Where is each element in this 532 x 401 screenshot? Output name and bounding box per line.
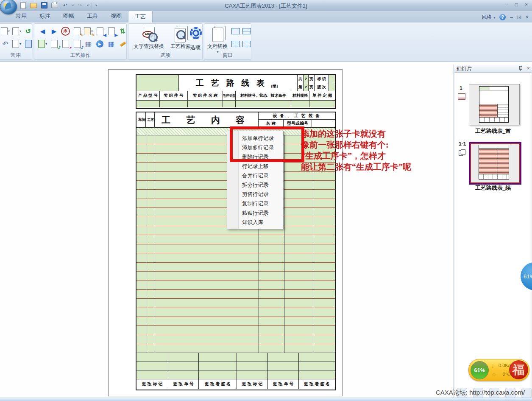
status-widget-pill[interactable]: 61% ↓ 0.0K/s ☼ 2°C 福 bbox=[468, 359, 529, 381]
tab-tufu[interactable]: 图幅 bbox=[57, 11, 81, 22]
changyong-row1: ▾ ▾ ↺ bbox=[0, 26, 33, 36]
swap-record-button[interactable]: ⇅ bbox=[118, 26, 128, 36]
doc-switch-button[interactable]: 文档切换 ▾ bbox=[205, 26, 230, 54]
pin-icon[interactable] bbox=[518, 66, 523, 71]
tab-biaozhu[interactable]: 标注 bbox=[33, 11, 57, 22]
help-icon[interactable]: ? bbox=[499, 14, 506, 20]
slide-1-preview bbox=[479, 86, 509, 123]
menu-item-split-row[interactable]: 拆分行记录 bbox=[227, 180, 283, 190]
paste-button[interactable]: ▾ bbox=[0, 26, 10, 36]
back-button[interactable]: ◀ bbox=[38, 26, 47, 36]
refresh-view-button[interactable]: ↺ bbox=[23, 26, 33, 36]
generate-sequence-button[interactable]: 序 bbox=[61, 26, 70, 36]
value-cell bbox=[236, 101, 291, 107]
import-record-button[interactable]: ◀ bbox=[95, 26, 105, 36]
play-demo-button[interactable]: ▶ bbox=[95, 39, 105, 49]
rev-cell bbox=[299, 362, 335, 370]
export-record-button[interactable]: ▶ bbox=[106, 26, 116, 36]
doc-restore-button[interactable]: ⊡ bbox=[517, 14, 521, 20]
import-template-button[interactable]: ▾ bbox=[38, 39, 47, 49]
tab-gongyi[interactable]: 工艺 bbox=[128, 11, 153, 22]
rotate-doc-button[interactable]: ↺ bbox=[72, 39, 82, 49]
doc-close-button[interactable]: × bbox=[526, 14, 529, 20]
options-button[interactable]: 选项 bbox=[188, 26, 203, 51]
window-arrange-row2 bbox=[231, 41, 251, 47]
doc-switch-icon bbox=[209, 26, 226, 42]
layout-grid-button[interactable]: ▦ bbox=[84, 39, 93, 49]
table-title-note: （续） bbox=[269, 84, 280, 89]
title-bar: ↶▾ ↷▾ ▾ CAXA工艺图表2013 - [工艺文件1] – □ × bbox=[0, 0, 532, 11]
panel-close-icon[interactable]: × bbox=[527, 65, 530, 71]
meta-version-value bbox=[329, 83, 335, 91]
footer-change-no: 更 改 单 号 bbox=[168, 379, 199, 389]
format-brush-button[interactable] bbox=[118, 39, 128, 49]
tile-vertical-button[interactable] bbox=[242, 41, 251, 47]
header-equipment-title: 设 备 、 工 艺 装 备 bbox=[259, 112, 335, 120]
copy-button[interactable]: ▾ bbox=[12, 26, 22, 36]
header-equipment-block: 设 备 、 工 艺 装 备 名 称 型号或编号 bbox=[259, 112, 335, 127]
rev-cell bbox=[237, 362, 268, 370]
app-window: ↶▾ ↷▾ ▾ CAXA工艺图表2013 - [工艺文件1] – □ × 常用 … bbox=[0, 0, 532, 401]
menu-item-merge-rows[interactable]: 合并行记录 bbox=[227, 171, 283, 180]
menu-item-move-row-up[interactable]: 行记录上移 bbox=[227, 162, 283, 171]
ribbon-right-controls: 风格 ▾ ? – ⊡ × bbox=[482, 14, 529, 21]
column-value-row bbox=[136, 101, 335, 107]
drawing-canvas[interactable]: 工 艺 路 线 表 （续） 共 2 页 标 识 第 2 bbox=[0, 62, 454, 398]
value-cell bbox=[223, 101, 236, 107]
stamp-button[interactable]: ▾ bbox=[12, 39, 22, 49]
cascade-windows-button[interactable] bbox=[231, 28, 240, 34]
table-grid-line bbox=[284, 135, 284, 353]
table-grid-line bbox=[146, 135, 146, 353]
rev-cell bbox=[299, 370, 335, 379]
doc-minimize-button[interactable]: – bbox=[510, 14, 513, 20]
annotation-line: 能让第二张有“生成工序卡”呢 bbox=[301, 161, 437, 172]
select-button[interactable] bbox=[23, 39, 33, 49]
value-cell bbox=[136, 101, 160, 107]
footer-change-sign2: 更 改 者 签 名 bbox=[299, 379, 335, 389]
rev-cell bbox=[136, 362, 168, 370]
group-label-chuangkou: 窗口 bbox=[204, 52, 251, 59]
slides-panel-title: 幻灯片 bbox=[457, 66, 472, 72]
forward-button[interactable]: ▶ bbox=[49, 26, 59, 36]
undo-tool-button[interactable]: ↶ bbox=[0, 39, 10, 49]
group-gongyicaozuo: ◀ ▶ 序 ✎ ✎▾ ◀ ▶ ⇅ ▾ ↺ ➤ ↺ ▦ ▶ ▦ 工艺操作 bbox=[34, 23, 127, 60]
edit-record-button[interactable]: ✎ bbox=[72, 26, 82, 36]
page-meta-grid: 共 2 页 标 识 第 2 页 版 次 bbox=[298, 75, 335, 91]
group-xuanxiang: ABC 文字查找替换 工艺检索 选项 选项 bbox=[128, 23, 203, 60]
maximize-button[interactable]: □ bbox=[515, 2, 518, 8]
rev-cell bbox=[268, 370, 299, 379]
menu-item-cut-row[interactable]: 剪切行记录 bbox=[227, 190, 283, 199]
tab-shitu[interactable]: 视图 bbox=[104, 11, 128, 22]
tile-horizontal-button[interactable] bbox=[242, 28, 251, 34]
menu-item-copy-row[interactable]: 复制行记录 bbox=[227, 199, 283, 208]
slide-1-thumbnail[interactable] bbox=[469, 84, 520, 125]
slide-2-thumbnail-selected[interactable] bbox=[469, 142, 521, 185]
ribbon-tab-row: 常用 标注 图幅 工具 视图 工艺 风格 ▾ ? – ⊡ × bbox=[0, 11, 532, 22]
header-workshop: 车间 bbox=[136, 112, 146, 127]
bubble-percent: 61% bbox=[524, 273, 532, 280]
close-button[interactable]: × bbox=[525, 2, 528, 8]
find-replace-button[interactable]: ABC 文字查找替换 bbox=[129, 26, 168, 50]
value-cell bbox=[291, 101, 309, 107]
window-arrange-row1 bbox=[231, 28, 251, 34]
menu-item-paste-row[interactable]: 粘贴行记录 bbox=[227, 208, 283, 218]
tab-gongju[interactable]: 工具 bbox=[81, 11, 104, 22]
minimize-button[interactable]: – bbox=[505, 2, 508, 8]
footer-change-mark: 更 改 标 记 bbox=[136, 379, 168, 389]
picker-button[interactable]: ➤ bbox=[61, 39, 70, 49]
menu-item-knowledge-base[interactable]: 知识入库 bbox=[227, 218, 283, 227]
rev-cell bbox=[136, 370, 168, 379]
rev-cell bbox=[168, 370, 199, 379]
fu-seal-icon[interactable]: 福 bbox=[509, 360, 528, 379]
rev-cell bbox=[268, 362, 299, 370]
rev-cell bbox=[136, 353, 168, 362]
slide-2-label[interactable]: 工艺路线表_续 bbox=[455, 184, 531, 192]
style-dropdown[interactable]: 风格 ▾ bbox=[482, 14, 495, 21]
slide-1-label[interactable]: 工艺路线表_首 bbox=[455, 127, 531, 135]
tile-quad-button[interactable] bbox=[231, 41, 240, 47]
col-unit-quota: 单 件 定 额 bbox=[309, 91, 335, 100]
fill-table-button[interactable]: ▦ bbox=[106, 39, 116, 49]
edit-card-button[interactable]: ✎▾ bbox=[84, 26, 93, 36]
play-icon: ▶ bbox=[96, 40, 103, 48]
refresh-docs-button[interactable]: ↺ bbox=[49, 39, 59, 49]
